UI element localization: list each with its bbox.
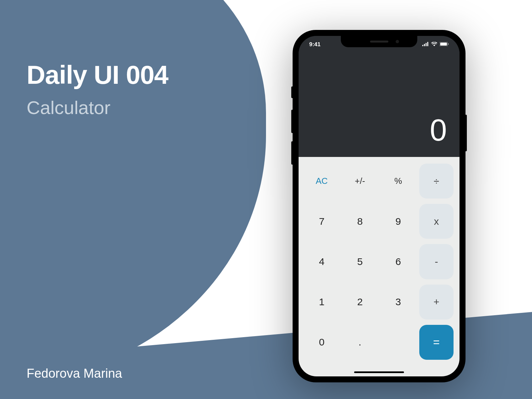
page-title: Daily UI 004 <box>27 60 168 90</box>
nine-button[interactable]: 9 <box>381 204 415 239</box>
home-indicator[interactable] <box>354 371 404 373</box>
page-subtitle: Calculator <box>27 97 168 118</box>
one-button[interactable]: 1 <box>305 285 339 320</box>
zero-button[interactable]: 0 <box>305 325 339 360</box>
svg-rect-0 <box>422 45 423 46</box>
phone-notch <box>341 36 417 47</box>
camera-icon <box>396 40 399 43</box>
status-icons <box>422 42 449 48</box>
svg-rect-3 <box>427 42 428 46</box>
percent-button[interactable]: % <box>381 164 415 199</box>
five-button[interactable]: 5 <box>343 244 377 279</box>
seven-button[interactable]: 7 <box>305 204 339 239</box>
multiply-button[interactable]: x <box>419 204 454 239</box>
svg-rect-5 <box>440 43 447 46</box>
svg-rect-2 <box>426 43 427 46</box>
six-button[interactable]: 6 <box>381 244 415 279</box>
phone-frame: 9:41 <box>293 30 466 382</box>
svg-rect-1 <box>424 44 425 46</box>
author-name: Fedorova Marina <box>27 366 122 381</box>
background-blob-top <box>0 0 266 382</box>
eight-button[interactable]: 8 <box>343 204 377 239</box>
clear-button[interactable]: AC <box>305 164 339 199</box>
plus-minus-button[interactable]: +/- <box>343 164 377 199</box>
calculator-keypad: AC +/- % ÷ 7 8 9 x 4 5 6 - 1 2 3 + 0 <box>299 157 460 376</box>
plus-button[interactable]: + <box>419 285 454 320</box>
divide-button[interactable]: ÷ <box>419 164 454 199</box>
wifi-icon <box>431 42 437 48</box>
equals-button[interactable]: = <box>419 325 454 360</box>
calculator-display: 0 <box>299 36 460 157</box>
minus-button[interactable]: - <box>419 244 454 279</box>
display-value: 0 <box>430 113 447 148</box>
status-time: 9:41 <box>309 41 321 48</box>
two-button[interactable]: 2 <box>343 285 377 320</box>
phone-screen: 9:41 <box>299 36 460 376</box>
phone-power-button <box>466 115 467 151</box>
four-button[interactable]: 4 <box>305 244 339 279</box>
phone-mockup: 9:41 <box>293 30 466 382</box>
title-block: Daily UI 004 Calculator <box>27 60 168 118</box>
three-button[interactable]: 3 <box>381 285 415 320</box>
svg-rect-6 <box>448 43 449 45</box>
speaker-icon <box>370 41 388 43</box>
signal-icon <box>422 42 429 48</box>
battery-icon <box>440 42 449 48</box>
decimal-button[interactable]: . <box>343 325 377 360</box>
